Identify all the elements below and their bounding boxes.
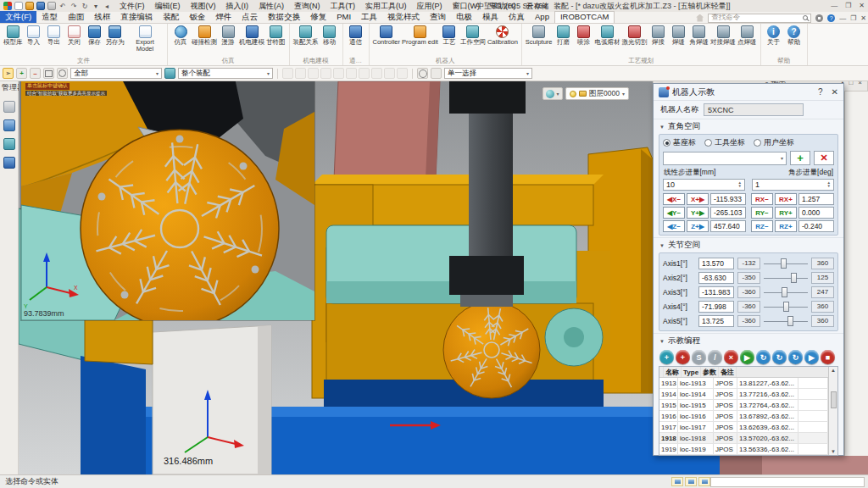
- snap-filter-icon[interactable]: [320, 68, 331, 79]
- ribbon-tab[interactable]: 文件(F): [0, 11, 36, 23]
- ribbon-button[interactable]: 激光切割: [621, 25, 648, 46]
- teach-tool-button[interactable]: ▶: [740, 350, 754, 364]
- home-icon[interactable]: [696, 14, 704, 22]
- qat-icon[interactable]: [3, 2, 12, 10]
- ribbon-button[interactable]: 焊接: [648, 25, 669, 46]
- doc-close-icon[interactable]: ✕: [860, 14, 866, 22]
- ribbon-tab[interactable]: 修复: [305, 11, 331, 23]
- panel-help-button[interactable]: ?: [818, 87, 823, 97]
- table-header-cell[interactable]: Type: [682, 367, 701, 377]
- teach-tool-button[interactable]: +: [659, 350, 674, 364]
- view-style-dropdown[interactable]: ▾: [542, 87, 563, 100]
- slider-thumb[interactable]: [783, 302, 789, 312]
- close-button[interactable]: ✕: [859, 0, 865, 12]
- axis-value-input[interactable]: 13.725: [698, 315, 734, 327]
- window-mode-icon[interactable]: [698, 477, 710, 486]
- robot-teach-panel[interactable]: 机器人示教 ? ✕ 机器人名称 5XCNC ▼直角空间 基座标 工具坐标: [653, 83, 844, 456]
- qat-icon[interactable]: [25, 2, 34, 10]
- settings-icon[interactable]: [815, 14, 823, 22]
- jog-plus-button[interactable]: X+▶: [687, 193, 709, 205]
- scroll-thumb[interactable]: [831, 391, 837, 408]
- axis-value-input[interactable]: -131.983: [698, 286, 734, 298]
- angular-step-input[interactable]: 1▲▼: [752, 179, 834, 191]
- ribbon-button[interactable]: Controller: [372, 25, 402, 46]
- display-mode-icon[interactable]: [685, 477, 697, 486]
- qat-icon[interactable]: [36, 2, 45, 10]
- ribbon-button[interactable]: 喷涂: [574, 25, 594, 46]
- section-cartesian[interactable]: ▼直角空间: [654, 119, 843, 134]
- jog-value[interactable]: 0.000: [798, 207, 834, 219]
- ribbon-tab[interactable]: 仿真: [504, 11, 530, 23]
- ribbon-tab[interactable]: App: [530, 11, 554, 23]
- teach-tool-button[interactable]: ×: [724, 350, 738, 364]
- ribbon-button[interactable]: 导出: [44, 25, 64, 46]
- ribbon-tab[interactable]: 钣金: [184, 11, 210, 23]
- jog-plus-button[interactable]: RX+: [775, 193, 797, 205]
- qat-icon[interactable]: ▾: [92, 2, 100, 10]
- robot-name-field[interactable]: 5XCNC: [704, 103, 804, 116]
- slider-thumb[interactable]: [787, 316, 793, 326]
- menu-item[interactable]: 查询(N): [289, 0, 326, 12]
- teach-tool-button[interactable]: ↻: [788, 350, 803, 364]
- jog-plus-button[interactable]: Z+▶: [687, 220, 709, 232]
- ribbon-tab[interactable]: 数据交换: [263, 11, 305, 23]
- ribbon-button[interactable]: Program edit: [401, 25, 439, 46]
- jog-value[interactable]: 457.640: [710, 220, 746, 232]
- selection-tool-icon[interactable]: [43, 68, 54, 79]
- ribbon-tab[interactable]: 造型: [36, 11, 63, 23]
- ribbon-button[interactable]: Sculpture: [525, 25, 554, 46]
- jog-value[interactable]: 1.257: [798, 193, 834, 205]
- ribbon-button[interactable]: Calibration: [487, 25, 519, 46]
- qat-icon[interactable]: [14, 2, 23, 10]
- ribbon-tab[interactable]: 工具: [356, 11, 382, 23]
- entity-filter-dropdown[interactable]: 全部▾: [70, 68, 162, 79]
- menu-item[interactable]: 插入(I): [221, 0, 254, 12]
- jog-value[interactable]: -115.933: [710, 193, 746, 205]
- axis-slider[interactable]: [764, 315, 808, 327]
- linear-step-input[interactable]: 10▲▼: [663, 179, 745, 191]
- axis-value-input[interactable]: 13.570: [698, 258, 734, 269]
- qat-icon[interactable]: ↶: [58, 2, 67, 10]
- panel-close-button[interactable]: ✕: [832, 87, 838, 97]
- teach-panel-titlebar[interactable]: 机器人示教 ? ✕: [654, 84, 843, 101]
- table-row[interactable]: 1917 loc-1917 JPOS 13.62639,-63.62...: [659, 422, 828, 433]
- add-frame-button[interactable]: +: [790, 151, 810, 165]
- manager-tab[interactable]: 管理器: [0, 81, 19, 94]
- menu-item[interactable]: 视图(V): [186, 0, 221, 12]
- layer-dropdown[interactable]: 图层0000 ▾: [565, 87, 629, 100]
- assembly-scope-icon[interactable]: [164, 68, 175, 79]
- history-clock-icon[interactable]: [417, 68, 428, 79]
- teach-point-table[interactable]: 名称Type参数备注 1913 loc-1913 JPOS 13.81227,-…: [659, 366, 838, 456]
- ribbon-tab[interactable]: 焊件: [210, 11, 236, 23]
- ribbon-tab[interactable]: 曲面: [63, 11, 89, 23]
- snap-filter-icon[interactable]: [282, 68, 293, 79]
- ribbon-button[interactable]: 仿真: [170, 25, 191, 46]
- manager-sidebar[interactable]: 管理器: [0, 81, 19, 474]
- jog-minus-button[interactable]: ◀Y−: [663, 207, 685, 219]
- jog-plus-button[interactable]: Y+▶: [687, 207, 709, 219]
- menu-item[interactable]: 编辑(E): [150, 0, 186, 12]
- ribbon-button[interactable]: 电弧熔材: [594, 25, 621, 46]
- snap-filter-icon[interactable]: [384, 68, 395, 79]
- ribbon-button[interactable]: Export Model: [125, 25, 164, 53]
- ribbon-tab[interactable]: 线框: [89, 11, 115, 23]
- jog-plus-button[interactable]: RZ+: [775, 220, 797, 232]
- command-search-input[interactable]: 查找命令: [708, 14, 811, 23]
- constraint-manager-icon[interactable]: [3, 138, 15, 150]
- table-row[interactable]: 1919 loc-1919 JPOS 13.56336,-63.62...: [659, 444, 828, 455]
- ribbon-button[interactable]: 点焊缝: [737, 25, 758, 46]
- slider-thumb[interactable]: [782, 287, 787, 297]
- scroll-down-icon[interactable]: ▼: [831, 449, 836, 454]
- table-row[interactable]: 1915 loc-1915 JPOS 13.72764,-63.62...: [659, 400, 828, 411]
- minimize-button[interactable]: —: [831, 0, 837, 12]
- table-header-cell[interactable]: 备注: [719, 367, 737, 377]
- teach-tool-button[interactable]: ↻: [756, 350, 771, 364]
- inset-detail-view[interactable]: X Y 单击鼠标中键确认 结合"智能拾取"获取更多高亮显示提示 93.7839m…: [21, 78, 314, 320]
- menu-item[interactable]: 工具(T): [326, 0, 361, 12]
- ribbon-button[interactable]: 机电建模: [238, 25, 265, 46]
- qat-icon[interactable]: ↻: [81, 2, 89, 10]
- scroll-up-icon[interactable]: ▲: [831, 368, 836, 373]
- history-manager-icon[interactable]: [3, 101, 15, 113]
- teach-tool-button[interactable]: ■: [821, 350, 835, 364]
- snap-filter-icon[interactable]: [295, 68, 306, 79]
